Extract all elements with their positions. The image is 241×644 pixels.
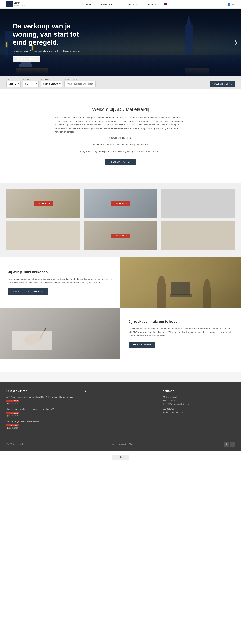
footer-contact-city: 1066 JJ Amsterdam Nederland xyxy=(163,402,234,406)
buy-image xyxy=(0,308,120,360)
locatie-label: Locatie of object xyxy=(64,78,207,80)
sell-body: Vanwege onze ervaring met het verkopen v… xyxy=(8,277,112,284)
news-date-1: 📅 15-01-2025 xyxy=(6,402,78,404)
footer-contact-phone: 020-3313430 xyxy=(163,407,234,411)
news-badge-2: Funda nieuws xyxy=(6,412,19,414)
welcome-body3: Bel of mail ons voor het maken van een v… xyxy=(55,143,186,146)
spacer xyxy=(0,360,241,372)
property-card-1[interactable]: ONDER BOD xyxy=(6,189,80,218)
footer: LAATSTE NIEUWS ABN Amro: Huizenprijzen s… xyxy=(0,382,241,451)
footer-bottom: © ADD Makelaardij Home Contact Sitemap f… xyxy=(6,439,234,446)
nav-aanbod[interactable]: AANBOD xyxy=(85,3,94,6)
spacer2 xyxy=(0,372,241,382)
svg-text:ADD: ADD xyxy=(8,3,11,5)
logo-sub: MAKELAARDIJ xyxy=(14,5,28,6)
buy-cta-button[interactable]: MEER INFORMATIE xyxy=(128,342,155,348)
edit-icon[interactable]: ✏ xyxy=(232,2,234,6)
back-button[interactable]: TERUG xyxy=(112,454,129,460)
main-nav: AANBOD DIENSTEN ▾ RECENTE TRANSACTIES CO… xyxy=(85,3,167,6)
news-badge-1: Funda nieuws xyxy=(6,400,19,402)
news-title-2: Hypothekrente bereikt hoogste punt sinds… xyxy=(6,408,78,411)
back-section: TERUG xyxy=(0,451,241,463)
min-prijs-label: Min. prijs xyxy=(23,78,38,80)
footer-news-title: LAATSTE NIEUWS xyxy=(6,390,78,392)
property-card-6 xyxy=(161,221,234,250)
welcome-body4: Langskomen mag natuurlijk ook. Ons kanto… xyxy=(55,150,186,153)
buy-body: Zoekt u een aankoopmakelaar die samen me… xyxy=(128,327,233,338)
locatie-input[interactable] xyxy=(64,81,96,87)
news-badge-3: Funda nieuws xyxy=(6,424,19,426)
footer-social-title: X xyxy=(85,390,156,392)
koop-select[interactable]: Koop [1] Huur xyxy=(6,81,20,87)
meeting-photo xyxy=(120,256,241,308)
welcome-content: Welkom bij ADD Makelaardij ADD Makelaard… xyxy=(48,97,193,175)
hero-subtitle: Heb je een woning? Neem contact op voor … xyxy=(13,50,84,52)
facebook-icon[interactable]: f xyxy=(224,442,229,446)
news-item-3: Pararius: hogen huren, Minder aanbod Fun… xyxy=(6,420,78,429)
sell-section: Jij wilt je huis verkopen Vanwege onze e… xyxy=(0,256,241,308)
footer-news: LAATSTE NIEUWS ABN Amro: Huizenprijzen s… xyxy=(6,390,78,432)
footer-link-sitemap[interactable]: Sitemap xyxy=(129,443,136,446)
footer-social-icons: f t xyxy=(224,442,234,446)
welcome-section: Welkom bij ADD Makelaardij ADD Makelaard… xyxy=(0,89,241,183)
hero-cta-button[interactable]: AFSPRAAK MAKEN xyxy=(13,56,40,62)
logo-icon: ADD xyxy=(6,1,13,8)
onderbod-badge-1: ONDER BOD xyxy=(34,202,53,206)
user-icon[interactable]: 👤 xyxy=(227,2,230,6)
chevron-down-icon: ▾ xyxy=(111,3,112,6)
buy-section: Jij zoekt een huis om te kopen Zoekt u e… xyxy=(0,308,241,360)
sell-title: Jij wilt je huis verkopen xyxy=(8,270,112,274)
sell-content: Jij wilt je huis verkopen Vanwege onze e… xyxy=(0,256,120,308)
search-bar: Koop [1] Koop [1] Huur Min. prijs € 0 € … xyxy=(0,76,241,89)
nav-recente[interactable]: RECENTE TRANSACTIES xyxy=(117,3,144,6)
hero-next-arrow[interactable]: ❯ xyxy=(234,40,238,45)
news-date-2: 📅 15-01-2025 xyxy=(6,415,78,417)
footer-contact-email[interactable]: info@addmakelaardij.nl xyxy=(163,411,234,414)
buy-content: Jij zoekt een huis om te kopen Zoekt u e… xyxy=(120,308,241,360)
contact-button[interactable]: NEEM CONTACT OP! xyxy=(105,159,136,165)
footer-link-contact[interactable]: Contact xyxy=(119,443,126,446)
footer-contact-col: CONTACT ADD Makelaardij Herentstraat 29,… xyxy=(163,390,234,432)
welcome-body2: Nieuwsgierig geworden? xyxy=(55,136,186,140)
max-prijs-select[interactable]: Geen maximum € 300.000 € 500.000 xyxy=(41,81,62,87)
welcome-body1: ADD Makelaardij richt zich op het verkop… xyxy=(55,116,186,134)
buy-title: Jij zoekt een huis om te kopen xyxy=(128,320,233,324)
properties-section: ONDER BOD ONDER BOD ONDER BOD xyxy=(0,183,241,256)
nav-contact[interactable]: CONTACT xyxy=(148,3,159,6)
min-prijs-select[interactable]: € 0 € 100.000 € 200.000 xyxy=(23,81,38,87)
language-flag-icon[interactable] xyxy=(164,3,167,6)
logo: ADD ADD MAKELAARDIJ xyxy=(6,1,28,8)
news-item-1: ABN Amro: Huizenprijzen stijgen 7% in 20… xyxy=(6,396,78,404)
footer-contact-name: ADD Makelaardij xyxy=(163,396,234,399)
sell-image xyxy=(120,256,241,308)
search-button[interactable]: 5 OBJECTEN GEV... xyxy=(210,81,234,87)
nav-diensten[interactable]: DIENSTEN ▾ xyxy=(99,3,112,6)
max-prijs-label: Max. prijs xyxy=(41,78,62,80)
hero-content: De verkoop van je woning, van start tot … xyxy=(0,12,96,72)
onderbod-badge-3: ONDER BOD xyxy=(111,234,130,238)
property-card-3 xyxy=(161,189,234,218)
header-icons: 👤 ✏ xyxy=(227,2,234,6)
news-item-2: Hypothekrente bereikt hoogste punt sinds… xyxy=(6,408,78,417)
property-card-5[interactable]: ONDER BOD xyxy=(84,221,158,250)
footer-contact-address: Herentstraat 29, xyxy=(163,399,234,402)
footer-link-home[interactable]: Home xyxy=(111,443,116,446)
sell-cta-button[interactable]: WETEN WAT JE HUIS WAARD IS? xyxy=(8,288,48,294)
footer-copyright: © ADD Makelaardij xyxy=(6,443,23,446)
footer-grid: LAATSTE NIEUWS ABN Amro: Huizenprijzen s… xyxy=(6,390,234,432)
signing-photo xyxy=(0,308,120,360)
news-date-3: 📅 15-01-2025 xyxy=(6,427,78,429)
news-title-1: ABN Amro: Huizenprijzen stijgen 7% in 20… xyxy=(6,396,78,398)
koop-label: Koop [1] xyxy=(6,78,20,80)
news-title-3: Pararius: hogen huren, Minder aanbod xyxy=(6,420,78,423)
property-card-2[interactable]: ONDER BOD xyxy=(84,189,158,218)
footer-contact-title: CONTACT xyxy=(163,390,234,392)
hero-section: De verkoop van je woning, van start tot … xyxy=(0,8,241,76)
header: ADD ADD MAKELAARDIJ AANBOD DIENSTEN ▾ RE… xyxy=(0,0,241,8)
footer-social-col: X xyxy=(85,390,156,432)
footer-links: Home Contact Sitemap xyxy=(111,443,136,446)
onderbod-badge-2: ONDER BOD xyxy=(111,202,130,206)
hero-title: De verkoop van je woning, van start tot … xyxy=(13,22,84,46)
twitter-icon[interactable]: t xyxy=(230,442,234,446)
logo-text: ADD xyxy=(14,2,28,5)
